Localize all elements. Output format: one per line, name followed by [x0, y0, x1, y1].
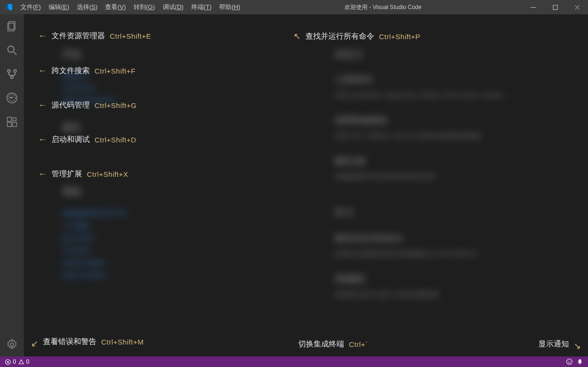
tip-debug: ← 启动和调试 Ctrl+Shift+D: [38, 135, 136, 145]
arrow-left-icon: ←: [38, 169, 47, 179]
arrow-left-icon: ←: [38, 31, 47, 41]
extensions-icon[interactable]: [0, 110, 24, 134]
menu-debug[interactable]: 调试(D): [159, 0, 188, 14]
editor-area: 开始 新建文件 打开文件夹 添加工作区文件夹... 最近 帮助 快捷键速查表[可…: [24, 14, 588, 356]
error-count: 0: [13, 358, 16, 365]
arrow-down-left-icon: ↙: [31, 338, 38, 349]
tip-terminal: 切换集成终端 Ctrl+`: [298, 339, 368, 349]
explorer-icon[interactable]: [0, 14, 24, 38]
debug-icon[interactable]: [0, 86, 24, 110]
title-bar: 文件(F) 编辑(E) 选择(S) 查看(V) 转到(G) 调试(D) 终端(T…: [0, 0, 588, 14]
svg-point-21: [567, 359, 572, 364]
menu-help[interactable]: 帮助(H): [215, 0, 244, 14]
arrow-left-icon: ←: [38, 66, 47, 76]
menu-edit[interactable]: 编辑(E): [45, 0, 73, 14]
activity-bar: [0, 14, 24, 356]
minimize-button[interactable]: [522, 0, 544, 14]
close-button[interactable]: [566, 0, 588, 14]
svg-rect-15: [12, 122, 17, 127]
svg-point-9: [14, 70, 16, 72]
tip-search: ← 跨文件搜索 Ctrl+Shift+F: [38, 66, 136, 76]
svg-point-24: [579, 363, 580, 364]
window-title: 欢迎使用 - Visual Studio Code: [244, 3, 522, 11]
svg-line-7: [13, 52, 17, 55]
svg-rect-0: [531, 7, 536, 8]
menu-terminal[interactable]: 终端(T): [188, 0, 216, 14]
svg-rect-13: [7, 117, 11, 121]
svg-point-17: [10, 343, 14, 346]
vscode-logo: [0, 3, 17, 11]
search-icon[interactable]: [0, 38, 24, 62]
menu-file[interactable]: 文件(F): [17, 0, 45, 14]
menu-go[interactable]: 转到(G): [130, 0, 159, 14]
svg-point-10: [10, 76, 13, 78]
tip-commands: ↖ 查找并运行所有命令 Ctrl+Shift+P: [294, 31, 420, 42]
svg-point-23: [570, 361, 570, 361]
menu-view[interactable]: 查看(V): [101, 0, 129, 14]
tip-notifications: 显示通知 ↘: [538, 339, 581, 349]
status-problems[interactable]: 0 0: [5, 358, 29, 365]
source-control-icon[interactable]: [0, 62, 24, 86]
status-feedback-icon[interactable]: [566, 358, 573, 365]
tip-problems: ↙ 查看错误和警告 Ctrl+Shift+M: [31, 336, 144, 347]
status-bell-icon[interactable]: [577, 358, 583, 365]
arrow-left-icon: ←: [38, 135, 47, 145]
arrow-up-left-icon: ↖: [294, 31, 301, 42]
window-controls: [522, 0, 588, 14]
svg-point-8: [8, 70, 10, 72]
svg-rect-1: [553, 5, 557, 10]
maximize-button[interactable]: [544, 0, 566, 14]
settings-gear-icon[interactable]: [0, 333, 24, 356]
status-bar: 0 0: [0, 356, 588, 367]
arrow-down-right-icon: ↘: [574, 341, 581, 351]
svg-point-22: [568, 361, 569, 361]
svg-rect-16: [13, 118, 16, 121]
tip-scm: ← 源代码管理 Ctrl+Shift+G: [38, 100, 137, 110]
warning-count: 0: [26, 358, 30, 365]
arrow-left-icon: ←: [38, 100, 47, 110]
menu-selection[interactable]: 选择(S): [73, 0, 101, 14]
tip-extensions: ← 管理扩展 Ctrl+Shift+X: [38, 169, 128, 179]
menu-bar: 文件(F) 编辑(E) 选择(S) 查看(V) 转到(G) 调试(D) 终端(T…: [17, 0, 244, 14]
svg-rect-14: [7, 122, 11, 127]
tip-explorer: ← 文件资源管理器 Ctrl+Shift+E: [38, 31, 151, 41]
svg-point-6: [8, 46, 14, 52]
